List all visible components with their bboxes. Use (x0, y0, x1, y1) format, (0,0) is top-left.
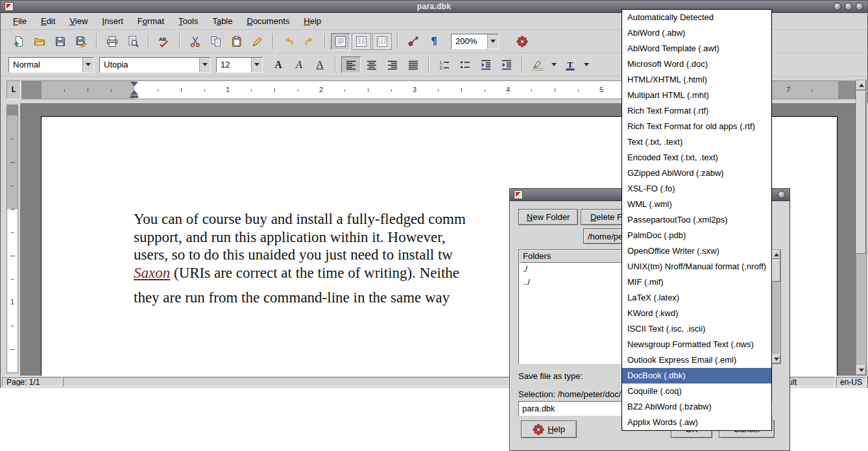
tab-selector[interactable]: L (6, 80, 21, 99)
files-list-scrollbar[interactable] (771, 249, 781, 364)
align-justify-button[interactable] (404, 56, 423, 73)
vruler-text-area (7, 209, 18, 372)
menu-edit[interactable]: Edit (34, 14, 62, 28)
menu-file[interactable]: File (6, 14, 34, 28)
help-flower-button[interactable] (512, 33, 532, 50)
file-type-option[interactable]: Text (.txt, .text) (622, 134, 771, 150)
save-button[interactable] (51, 33, 70, 50)
insert-symbol-button[interactable] (404, 33, 423, 50)
files-scroll-up-button[interactable] (772, 250, 780, 259)
font-size-combobox[interactable]: 12 (216, 57, 263, 73)
zoom-combobox-arrow[interactable] (487, 34, 498, 49)
align-right-button[interactable] (383, 56, 402, 73)
file-type-option[interactable]: DocBook (.dbk) (622, 368, 771, 384)
font-size-combobox-arrow[interactable] (251, 58, 262, 72)
file-type-option[interactable]: Applix Words (.aw) (622, 415, 771, 430)
bold-button[interactable]: A (269, 56, 288, 73)
format-painter-button[interactable] (248, 33, 267, 50)
scroll-down-button[interactable] (856, 365, 866, 375)
file-type-option[interactable]: Multipart HTML (.mht) (622, 88, 771, 103)
align-left-button[interactable] (341, 56, 361, 73)
copy-button[interactable] (206, 33, 226, 50)
increase-indent-button[interactable] (497, 56, 516, 73)
file-type-option[interactable]: LaTeX (.latex) (622, 290, 771, 306)
left-indent-marker-box[interactable] (130, 95, 138, 98)
help-button[interactable]: Help (521, 421, 577, 438)
font-combobox[interactable]: Utopia (99, 57, 211, 73)
menu-table[interactable]: Table (205, 14, 239, 28)
file-type-option[interactable]: GZipped AbiWord (.zabw) (622, 165, 771, 181)
italic-button[interactable]: A (289, 56, 309, 73)
layout-2-column-button[interactable] (352, 33, 371, 50)
file-type-option[interactable]: MIF (.mif) (622, 274, 771, 290)
menu-format[interactable]: Format (130, 14, 171, 28)
layout-3-column-button[interactable] (372, 33, 392, 50)
menu-documents[interactable]: Documents (240, 14, 297, 28)
font-color-dropdown-button[interactable] (581, 56, 592, 73)
highlight-color-button[interactable] (528, 56, 548, 73)
minimize-button[interactable] (834, 3, 841, 10)
menu-tools[interactable]: Tools (171, 14, 205, 28)
cut-button[interactable] (186, 33, 205, 50)
decrease-indent-button[interactable] (476, 56, 496, 73)
menu-insert[interactable]: Insert (95, 14, 130, 28)
files-scroll-down-button[interactable] (772, 354, 780, 363)
first-line-indent-marker[interactable] (130, 82, 138, 86)
file-type-option[interactable]: Coquille (.coq) (622, 384, 771, 399)
undo-button[interactable] (279, 33, 298, 50)
align-center-button[interactable] (362, 56, 381, 73)
paste-button[interactable] (227, 33, 247, 50)
file-type-option[interactable]: Encoded Text (.txt, .text) (622, 150, 771, 165)
vertical-scrollbar[interactable] (856, 80, 867, 376)
font-combobox-arrow[interactable] (199, 58, 210, 72)
font-color-button[interactable]: T (561, 56, 580, 73)
spellcheck-button[interactable]: AB (154, 33, 174, 50)
close-button[interactable] (856, 3, 863, 10)
redo-button[interactable] (300, 33, 319, 50)
layout-1-column-button[interactable] (331, 33, 350, 50)
file-type-option[interactable]: KWord (.kwd) (622, 306, 771, 321)
new-document-button[interactable] (9, 33, 29, 50)
text-run: support, and run this application within… (134, 229, 446, 245)
file-type-option[interactable]: AbiWord Template (.awt) (622, 41, 771, 56)
print-button[interactable] (102, 33, 122, 50)
underline-button[interactable]: A (310, 56, 330, 73)
print-preview-button[interactable] (123, 33, 143, 50)
scroll-up-button[interactable] (856, 80, 866, 90)
file-type-option[interactable]: PassepartoutToo (.xml2ps) (622, 212, 771, 228)
menu-view[interactable]: View (62, 14, 95, 28)
left-indent-marker[interactable] (130, 90, 138, 95)
ruler-tick (251, 90, 252, 91)
menu-help[interactable]: Help (296, 14, 328, 28)
hyperlink-saxon[interactable]: Saxon (134, 265, 170, 281)
bullet-list-button[interactable] (455, 56, 475, 73)
file-type-option[interactable]: ISCII Text (.isc, .iscii) (622, 321, 771, 337)
save-as-button[interactable] (71, 33, 91, 50)
file-type-option[interactable]: XSL-FO (.fo) (622, 181, 771, 197)
maximize-button[interactable] (845, 3, 852, 10)
file-type-option[interactable]: Microsoft Word (.doc) (622, 56, 771, 72)
file-type-option[interactable]: Rich Text Format (.rtf) (622, 103, 771, 119)
file-type-option[interactable]: Newsgroup Formatted Text (.nws) (622, 337, 771, 352)
file-type-option[interactable]: UNIX(tm) Nroff/Manual format (.nroff) (622, 259, 771, 274)
open-folder-button[interactable] (30, 33, 49, 50)
highlight-color-dropdown-button[interactable] (549, 56, 559, 73)
file-type-option[interactable]: BZ2 AbiWord (.bzabw) (622, 399, 771, 415)
file-type-option[interactable]: AbiWord (.abw) (622, 25, 771, 41)
file-type-option[interactable]: Rich Text Format for old apps (.rtf) (622, 119, 771, 134)
file-type-option[interactable]: OpenOffice Writer (.sxw) (622, 243, 771, 259)
file-type-option[interactable]: PalmDoc (.pdb) (622, 228, 771, 243)
new-folder-button[interactable]: New Folder (518, 209, 578, 225)
files-scrollbar-thumb[interactable] (772, 260, 780, 282)
file-type-option[interactable]: Automatically Detected (622, 10, 771, 25)
zoom-combobox[interactable]: 200% (451, 34, 499, 49)
file-type-option[interactable]: HTML/XHTML (.html) (622, 72, 771, 88)
show-formatting-button[interactable]: ¶ (424, 33, 444, 50)
style-combobox-arrow[interactable] (82, 58, 93, 72)
style-combobox[interactable]: Normal (8, 57, 94, 73)
dialog-close-button[interactable] (778, 191, 786, 199)
scrollbar-thumb[interactable] (856, 91, 866, 254)
file-type-option[interactable]: Outlook Express Email (.eml) (622, 352, 771, 368)
file-type-option[interactable]: WML (.wml) (622, 197, 771, 212)
numbered-list-button[interactable]: 1.2. (435, 56, 454, 73)
